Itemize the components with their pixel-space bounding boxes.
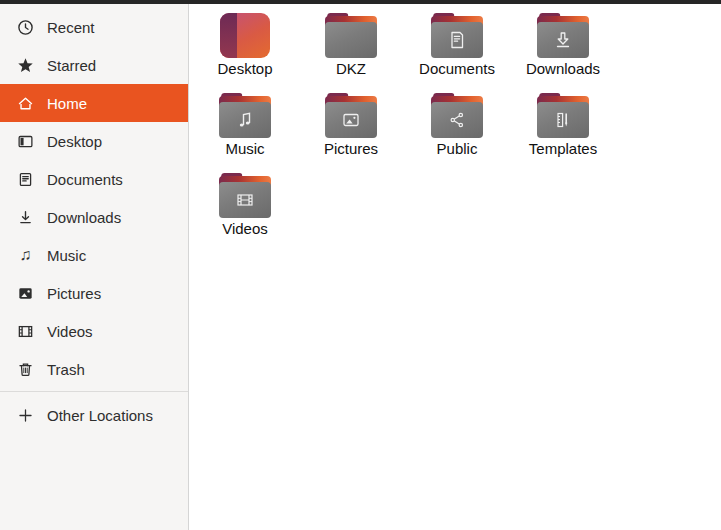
file-label: Pictures — [324, 141, 378, 158]
sidebar-item-recent[interactable]: Recent — [0, 8, 188, 46]
sidebar-item-desktop[interactable]: Desktop — [0, 122, 188, 160]
folder-icon — [537, 13, 589, 58]
document-icon — [17, 171, 34, 188]
sidebar-item-music[interactable]: ♫ Music — [0, 236, 188, 274]
file-label: Documents — [419, 61, 495, 78]
trash-icon — [17, 361, 34, 378]
file-grid: Desktop DKZ Documents — [190, 4, 721, 530]
folder-icon — [219, 173, 271, 218]
file-label: Downloads — [526, 61, 600, 78]
file-item-desktop[interactable]: Desktop — [192, 9, 298, 89]
sidebar-item-home[interactable]: Home — [0, 84, 188, 122]
sidebar-item-trash[interactable]: Trash — [0, 350, 188, 388]
sidebar-item-downloads[interactable]: Downloads — [0, 198, 188, 236]
sidebar-item-label: Documents — [47, 171, 123, 188]
file-label: DKZ — [336, 61, 366, 78]
download-emblem-icon — [553, 30, 573, 50]
sidebar-item-documents[interactable]: Documents — [0, 160, 188, 198]
files-window: Recent Starred Home Desktop — [0, 0, 721, 530]
sidebar-item-label: Home — [47, 95, 87, 112]
folder-icon — [219, 93, 271, 138]
desktop-icon — [17, 133, 34, 150]
sidebar-separator — [0, 391, 188, 392]
file-label: Desktop — [217, 61, 272, 78]
sidebar-item-label: Starred — [47, 57, 96, 74]
file-item-videos[interactable]: Videos — [192, 169, 298, 249]
download-icon — [17, 209, 34, 226]
file-item-music[interactable]: Music — [192, 89, 298, 169]
clock-icon — [17, 19, 34, 36]
file-label: Templates — [529, 141, 597, 158]
picture-emblem-icon — [341, 110, 361, 130]
sidebar-item-label: Videos — [47, 323, 93, 340]
sidebar-item-label: Pictures — [47, 285, 101, 302]
star-icon — [17, 57, 34, 74]
plus-icon — [17, 407, 34, 424]
desktop-gradient-icon — [220, 13, 270, 58]
sidebar-item-label: Trash — [47, 361, 85, 378]
sidebar-item-label: Recent — [47, 19, 95, 36]
template-emblem-icon — [553, 110, 573, 130]
file-item-public[interactable]: Public — [404, 89, 510, 169]
file-item-templates[interactable]: Templates — [510, 89, 616, 169]
file-item-pictures[interactable]: Pictures — [298, 89, 404, 169]
places-sidebar: Recent Starred Home Desktop — [0, 4, 189, 530]
folder-icon — [431, 93, 483, 138]
film-emblem-icon — [235, 190, 255, 210]
sidebar-item-starred[interactable]: Starred — [0, 46, 188, 84]
sidebar-item-label: Desktop — [47, 133, 102, 150]
sidebar-item-pictures[interactable]: Pictures — [0, 274, 188, 312]
file-item-documents[interactable]: Documents — [404, 9, 510, 89]
plain-folder-icon — [325, 13, 377, 58]
film-icon — [17, 323, 34, 340]
sidebar-item-label: Music — [47, 247, 86, 264]
sidebar-item-label: Downloads — [47, 209, 121, 226]
sidebar-item-label: Other Locations — [47, 407, 153, 424]
picture-icon — [17, 285, 34, 302]
file-item-downloads[interactable]: Downloads — [510, 9, 616, 89]
folder-icon — [431, 13, 483, 58]
music-emblem-icon — [235, 110, 255, 130]
sidebar-item-videos[interactable]: Videos — [0, 312, 188, 350]
music-note-icon: ♫ — [17, 247, 34, 264]
file-item-dkz[interactable]: DKZ — [298, 9, 404, 89]
home-icon — [17, 95, 34, 112]
sidebar-item-other-locations[interactable]: Other Locations — [0, 396, 188, 434]
file-label: Music — [225, 141, 264, 158]
file-label: Videos — [222, 221, 268, 238]
folder-icon — [325, 93, 377, 138]
share-emblem-icon — [447, 110, 467, 130]
file-label: Public — [437, 141, 478, 158]
document-emblem-icon — [447, 30, 467, 50]
folder-icon — [537, 93, 589, 138]
